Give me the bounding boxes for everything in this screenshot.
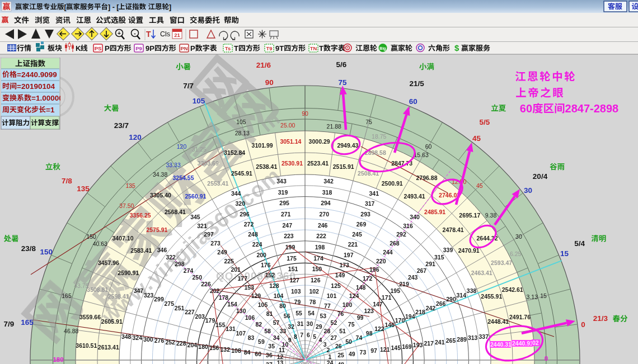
svg-text:322: 322 [166, 254, 176, 261]
svg-text:165: 165 [62, 292, 72, 299]
svg-text:242: 242 [426, 305, 436, 311]
svg-text:344: 344 [231, 190, 241, 197]
svg-text:276: 276 [154, 337, 165, 344]
svg-text:77: 77 [324, 302, 331, 309]
svg-text:290: 290 [446, 296, 456, 302]
svg-text:5/5: 5/5 [479, 118, 490, 126]
svg-text:217: 217 [424, 340, 434, 347]
svg-text:348: 348 [121, 333, 132, 340]
svg-text:339: 339 [443, 247, 453, 253]
svg-text:25.00: 25.00 [280, 122, 295, 129]
svg-text:226: 226 [201, 281, 211, 287]
svg-text:100: 100 [343, 301, 353, 308]
svg-text:2530.91: 2530.91 [282, 160, 303, 167]
svg-text:132: 132 [221, 346, 231, 353]
svg-text:176: 176 [261, 262, 271, 268]
svg-text:3101.99: 3101.99 [252, 142, 273, 149]
svg-text:246: 246 [318, 222, 328, 229]
svg-text:0: 0 [545, 355, 548, 362]
svg-text:33: 33 [280, 328, 287, 334]
svg-text:-: - [134, 30, 135, 36]
svg-text:174: 174 [313, 255, 323, 262]
svg-text:=1: =1 [46, 106, 55, 114]
svg-text:345: 345 [190, 214, 200, 220]
svg-text:2485.91: 2485.91 [424, 209, 445, 215]
svg-text:2542.61: 2542.61 [502, 286, 523, 293]
svg-text:3356.25: 3356.25 [130, 212, 151, 219]
svg-text:300: 300 [143, 336, 153, 343]
svg-text:198: 198 [315, 244, 325, 250]
svg-text:11: 11 [279, 347, 285, 353]
svg-text:21/6: 21/6 [256, 61, 271, 69]
svg-text:200: 200 [256, 252, 266, 258]
svg-text:105: 105 [236, 119, 246, 125]
svg-text:P: P [105, 44, 110, 53]
svg-text:148: 148 [356, 284, 366, 291]
svg-text:2523.41: 2523.41 [307, 160, 329, 167]
svg-text:297: 297 [204, 231, 214, 238]
svg-text:31: 31 [297, 320, 304, 327]
svg-text:249: 249 [217, 249, 227, 256]
svg-text:2568.41: 2568.41 [165, 209, 186, 215]
svg-text:178: 178 [219, 294, 229, 301]
svg-text:33.33: 33.33 [166, 162, 180, 168]
svg-text:23/8: 23/8 [21, 244, 36, 253]
svg-text:58: 58 [264, 328, 271, 334]
svg-text:15: 15 [540, 292, 547, 299]
svg-text:51: 51 [339, 328, 346, 334]
svg-text:2500.91: 2500.91 [382, 180, 403, 187]
svg-text:7: 7 [300, 332, 303, 338]
svg-text:4: 4 [318, 337, 322, 343]
svg-text:97: 97 [370, 347, 377, 354]
svg-text:247: 247 [283, 222, 293, 229]
svg-text:227: 227 [185, 309, 195, 315]
svg-text:2455.91: 2455.91 [481, 293, 502, 300]
svg-text:52: 52 [331, 319, 337, 326]
svg-text:2949.43: 2949.43 [337, 142, 358, 149]
svg-text:2583.41: 2583.41 [130, 247, 152, 254]
svg-text:9T: 9T [275, 44, 284, 53]
svg-text:21/5: 21/5 [410, 79, 425, 88]
svg-text:59: 59 [258, 338, 265, 345]
svg-text:82: 82 [255, 321, 262, 328]
svg-text:12: 12 [277, 353, 284, 360]
svg-text:292: 292 [396, 231, 406, 238]
svg-text:289: 289 [457, 336, 467, 343]
svg-text:102: 102 [309, 288, 319, 295]
svg-text:180: 180 [198, 343, 208, 350]
svg-text:154: 154 [227, 301, 237, 308]
svg-text:2695.17: 2695.17 [459, 212, 480, 219]
svg-text:294: 294 [321, 200, 331, 206]
svg-text:268: 268 [390, 240, 400, 247]
svg-text:251: 251 [175, 305, 185, 311]
svg-text:25: 25 [337, 352, 344, 358]
svg-text:202: 202 [210, 287, 220, 294]
svg-text:0: 0 [581, 320, 585, 329]
svg-text:54: 54 [308, 310, 315, 316]
svg-text:37: 37 [266, 361, 273, 364]
svg-text:27: 27 [330, 334, 337, 341]
svg-text:5: 5 [313, 333, 316, 340]
svg-text:6: 6 [307, 332, 310, 338]
svg-text:78: 78 [309, 299, 316, 305]
svg-text:55: 55 [295, 310, 302, 316]
svg-text:197: 197 [344, 252, 354, 258]
svg-text:32: 32 [288, 323, 294, 330]
svg-text:28: 28 [324, 328, 331, 334]
svg-text:K: K [76, 44, 81, 53]
svg-text:105: 105 [258, 301, 268, 308]
svg-text:165: 165 [21, 318, 34, 327]
svg-text:265: 265 [446, 337, 456, 344]
svg-text:220: 220 [376, 258, 386, 264]
svg-text:60: 60 [425, 143, 432, 150]
svg-text:43.75: 43.75 [74, 282, 88, 289]
svg-text:] - [: ] - [ [108, 3, 119, 11]
svg-text:7/7: 7/7 [183, 82, 194, 90]
svg-text:3407.10: 3407.10 [112, 235, 134, 242]
svg-text:180: 180 [53, 356, 63, 363]
svg-text:46.88: 46.88 [64, 328, 78, 334]
svg-text:2493.41: 2493.41 [404, 193, 425, 200]
svg-text:317: 317 [365, 200, 375, 207]
svg-text:2: 2 [327, 347, 330, 353]
svg-text:9: 9 [288, 337, 292, 343]
